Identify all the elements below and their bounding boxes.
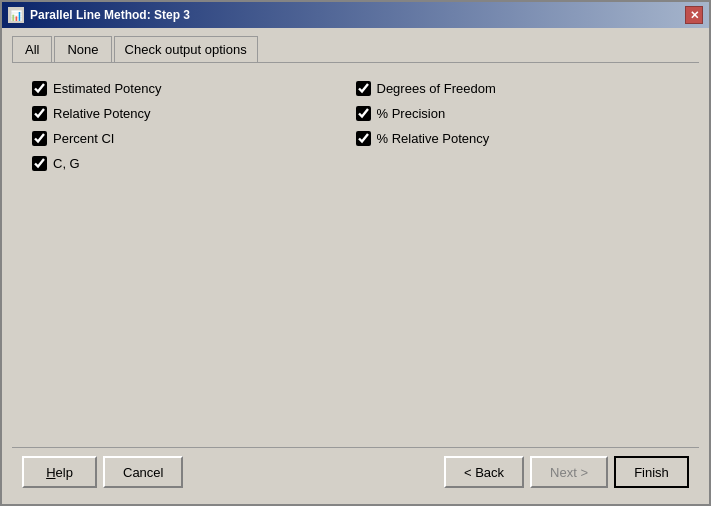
cancel-button[interactable]: Cancel [103, 456, 183, 488]
tab-none[interactable]: None [54, 36, 111, 62]
relative-potency-checkbox[interactable] [32, 106, 47, 121]
relative-potency-label: Relative Potency [53, 106, 151, 121]
degrees-of-freedom-checkbox[interactable] [356, 81, 371, 96]
list-item: Degrees of Freedom [356, 81, 680, 96]
back-button[interactable]: < Back [444, 456, 524, 488]
percent-ci-label: Percent CI [53, 131, 114, 146]
tab-check-output[interactable]: Check output options [114, 36, 258, 62]
checkbox-column-right: Degrees of Freedom % Precision % Relativ… [356, 81, 680, 429]
title-bar: 📊 Parallel Line Method: Step 3 ✕ [2, 2, 709, 28]
percent-relative-potency-label: % Relative Potency [377, 131, 490, 146]
list-item: % Precision [356, 106, 680, 121]
list-item: Estimated Potency [32, 81, 356, 96]
checkboxes-area: Estimated Potency Relative Potency Perce… [12, 71, 699, 439]
content-area: All None Check output options Estimated … [2, 28, 709, 504]
list-item: C, G [32, 156, 356, 171]
main-window: 📊 Parallel Line Method: Step 3 ✕ All Non… [0, 0, 711, 506]
estimated-potency-checkbox[interactable] [32, 81, 47, 96]
estimated-potency-label: Estimated Potency [53, 81, 161, 96]
app-icon: 📊 [8, 7, 24, 23]
tab-all[interactable]: All [12, 36, 52, 62]
close-button[interactable]: ✕ [685, 6, 703, 24]
percent-ci-checkbox[interactable] [32, 131, 47, 146]
checkbox-column-left: Estimated Potency Relative Potency Perce… [32, 81, 356, 429]
list-item: % Relative Potency [356, 131, 680, 146]
finish-button[interactable]: Finish [614, 456, 689, 488]
percent-precision-label: % Precision [377, 106, 446, 121]
percent-precision-checkbox[interactable] [356, 106, 371, 121]
bottom-left-buttons: Help Cancel [22, 456, 183, 488]
list-item: Percent CI [32, 131, 356, 146]
tab-bar: All None Check output options [12, 36, 699, 63]
next-button: Next > [530, 456, 608, 488]
bottom-right-buttons: < Back Next > Finish [444, 456, 689, 488]
help-label: Help [46, 465, 73, 480]
title-bar-left: 📊 Parallel Line Method: Step 3 [8, 7, 190, 23]
help-button[interactable]: Help [22, 456, 97, 488]
percent-relative-potency-checkbox[interactable] [356, 131, 371, 146]
cg-checkbox[interactable] [32, 156, 47, 171]
cg-label: C, G [53, 156, 80, 171]
window-title: Parallel Line Method: Step 3 [30, 8, 190, 22]
list-item: Relative Potency [32, 106, 356, 121]
degrees-of-freedom-label: Degrees of Freedom [377, 81, 496, 96]
bottom-bar: Help Cancel < Back Next > Finish [12, 447, 699, 496]
